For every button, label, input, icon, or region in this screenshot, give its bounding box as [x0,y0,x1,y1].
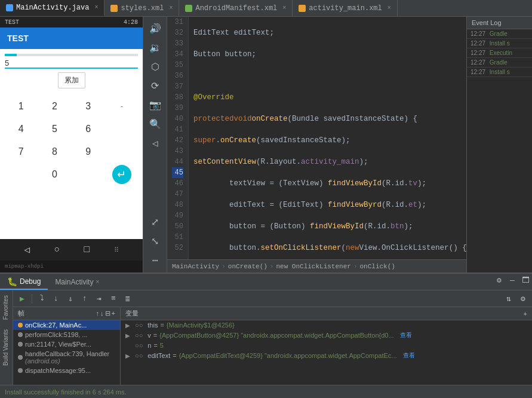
volume-low-icon[interactable]: 🔉 [147,39,164,56]
frame-item-4[interactable]: dispatchMessage:95... [13,366,120,375]
frame-label-3: handleCallback:739, Handler (android.os) [25,350,115,365]
camera-icon[interactable]: 📷 [147,97,164,114]
shape-icon[interactable]: ⬡ [147,59,164,75]
step-out-btn[interactable]: ↑ [78,292,91,305]
resize-icon[interactable]: ⤢ [147,214,164,231]
run-to-cursor-btn[interactable]: ⇥ [93,292,106,305]
expand-icon-this[interactable]: ▶ [125,322,133,329]
restore-icon[interactable]: 🗖 [519,274,532,287]
nav-recent-btn[interactable]: □ [84,244,90,255]
breadcrumb-sep-1: › [270,263,274,270]
code-line-41: button.setOnClickListener(new View.OnCli… [193,243,466,253]
xml-file-icon [110,5,118,12]
tab-styles[interactable]: styles.xml × [104,0,179,16]
debug-sub-tab[interactable]: MainActivity × [48,274,106,290]
expand-icon-v[interactable]: ▶ [125,332,133,339]
code-area[interactable]: 3132333435 3637383940 4142434445 4647484… [167,17,466,259]
log-text-2: Executin [490,50,512,56]
numpad-key-enter[interactable]: ↵ [112,165,131,184]
debug-inner: ▶ ⤵ ↓ ⇓ ↑ ⇥ ≡ ≣ ⇅ ⚙ 帧 ↑ [13,290,532,385]
settings-icon[interactable]: ⚙ [493,274,506,287]
phone-numpad: 1 2 3 - 4 5 6 7 8 9 0 ↵ [5,96,138,185]
event-log-entry-1[interactable]: 12:27 Install s [467,39,532,48]
more-icon[interactable]: ⋯ [147,252,164,269]
eval-expr2-btn[interactable]: ≣ [121,292,134,305]
force-step-into-btn[interactable]: ⇓ [64,292,77,305]
numpad-key-8[interactable]: 8 [38,141,70,163]
sort-btn[interactable]: ⇅ [502,292,515,305]
view-link-v[interactable]: 查看 [400,331,412,339]
event-log-title: Event Log [472,19,502,26]
log-time-3: 12:27 [471,59,485,66]
numpad-key-minus[interactable]: - [106,96,138,117]
code-lines: EditText editText; Button button; @Overr… [189,17,466,259]
event-log-entry-3[interactable]: 12:27 Gradle [467,58,532,68]
tab-manifest[interactable]: AndroidManifest.xml × [179,0,293,16]
tab-close-btn[interactable]: × [388,5,391,11]
event-log-entry-2[interactable]: 12:27 Executin [467,48,532,58]
numpad-key-4[interactable]: 4 [5,118,37,140]
event-log-entry-0[interactable]: 12:27 Gradle [467,29,532,39]
var-item-n[interactable]: ○○ n = 5 [121,341,532,350]
frames-add-btn[interactable]: + [112,310,115,317]
numpad-key-0[interactable]: 0 [38,164,70,185]
vars-add-btn[interactable]: + [524,310,527,317]
tab-activity-main[interactable]: activity_main.xml × [293,0,397,16]
var-item-this[interactable]: ▶ ○○ this = {MainActivity$1@4256} [121,320,532,330]
frames-down-btn[interactable]: ↓ [100,310,104,317]
side-tab-build-variants[interactable]: Build Variants [0,324,13,371]
numpad-key-1[interactable]: 1 [5,96,37,117]
expand-icon-edittext[interactable]: ▶ [125,353,133,359]
breadcrumb-item-3[interactable]: onClick() [359,263,395,270]
numpad-key-9[interactable]: 9 [72,141,104,163]
debug-tab[interactable]: 🐛 Debug [0,274,48,290]
frame-item-1[interactable]: performClick:5198, ... [13,330,120,339]
var-item-edittext[interactable]: ▶ ○○ editText = {AppCompatEditText@4259}… [121,350,532,361]
code-line-31: EditText editText; [193,27,466,38]
breadcrumb-item-1[interactable]: onCreate() [228,263,267,270]
minimize-icon[interactable]: — [506,274,519,287]
debug-tabs: 🐛 Debug MainActivity × ⚙ — 🗖 [0,274,532,290]
nav-back-btn[interactable]: ◁ [24,244,30,256]
numpad-key-5[interactable]: 5 [38,118,70,140]
nav-home-btn[interactable]: ○ [54,244,60,255]
tab-close-btn[interactable]: × [282,5,286,11]
var-val-v: {AppCompatButton@4257} "androidx.appcomp… [159,332,393,339]
step-into-btn[interactable]: ↓ [50,292,63,305]
view-link-edittext[interactable]: 查看 [403,351,415,360]
vars-panel: 变量 + ▶ ○○ this = {MainActivity$1@4256} [121,307,532,385]
eval-expr-btn[interactable]: ≡ [107,292,120,305]
resume-btn[interactable]: ▶ [16,292,29,305]
frame-item-0[interactable]: onClick:27, MainAc... [13,320,120,330]
frames-filter-btn[interactable]: ⊟ [105,310,110,317]
frame-item-2[interactable]: run:21147, View$Per... [13,339,120,349]
tab-label: AndroidManifest.xml [195,4,277,13]
rotate-icon[interactable]: ⟳ [147,78,164,94]
step-over-btn[interactable]: ⤵ [35,292,48,305]
breadcrumb-item-2[interactable]: new OnClickListener [276,263,350,270]
resize2-icon[interactable]: ⤡ [147,233,164,250]
side-tab-favorites[interactable]: Favorites [0,290,13,324]
numpad-key-3[interactable]: 3 [72,96,104,117]
volume-high-icon[interactable]: 🔊 [147,20,164,37]
numpad-key-2[interactable]: 2 [38,96,70,117]
frame-label-1: performClick:5198, ... [25,331,88,338]
breadcrumb-item-0[interactable]: MainActivity [172,263,219,270]
var-val-n: 5 [160,342,164,349]
frame-item-3[interactable]: handleCallback:739, Handler (android.os) [13,349,120,366]
numpad-key-7[interactable]: 7 [5,141,37,163]
frames-up-btn[interactable]: ↑ [96,310,100,317]
event-log-entry-4[interactable]: 12:27 Install s [467,68,532,77]
debug-tab-close[interactable]: × [96,278,99,285]
numpad-key-6[interactable]: 6 [72,118,104,140]
tab-close-btn[interactable]: × [169,5,173,11]
back-icon[interactable]: ◁ [147,135,164,152]
search-zoom-icon[interactable]: 🔍 [147,116,164,133]
settings2-btn[interactable]: ⚙ [516,292,530,305]
tab-mainactivity[interactable]: MainActivity.java × [0,0,104,16]
tab-close-btn[interactable]: × [94,4,98,11]
phone-edit-text-input[interactable] [5,59,138,69]
phone-button[interactable]: 累加 [58,72,85,88]
var-item-v[interactable]: ▶ ○○ v = {AppCompatButton@4257} "android… [121,330,532,341]
frames-header-btns: ↑ ↓ ⊟ + [96,310,115,317]
